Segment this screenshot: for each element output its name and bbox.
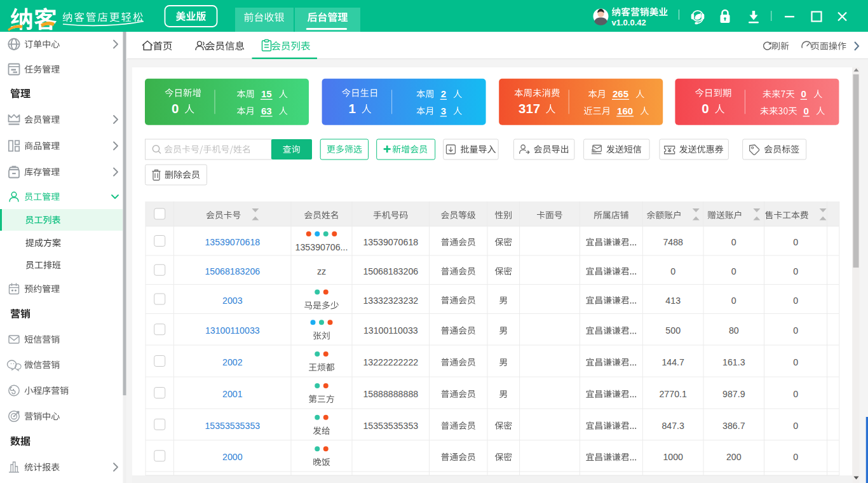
svg-text:161.3: 161.3 bbox=[722, 357, 745, 367]
svg-text:500: 500 bbox=[665, 325, 681, 336]
svg-text:15353535353: 15353535353 bbox=[363, 421, 418, 431]
svg-text:135390706...: 135390706... bbox=[295, 242, 348, 252]
svg-text:160: 160 bbox=[617, 105, 633, 116]
svg-text:144.7: 144.7 bbox=[661, 357, 684, 367]
svg-text:0: 0 bbox=[793, 237, 798, 247]
svg-text:7488: 7488 bbox=[663, 237, 683, 247]
svg-text:1: 1 bbox=[349, 101, 356, 116]
svg-text:80: 80 bbox=[729, 325, 739, 336]
svg-text:317: 317 bbox=[519, 101, 540, 116]
svg-text:0: 0 bbox=[731, 237, 736, 247]
svg-text:0: 0 bbox=[793, 325, 798, 336]
svg-text:13222222222: 13222222222 bbox=[363, 357, 418, 367]
svg-text:0: 0 bbox=[793, 357, 798, 367]
svg-text:0: 0 bbox=[793, 421, 798, 431]
svg-text:413: 413 bbox=[665, 296, 681, 306]
svg-text:0: 0 bbox=[793, 452, 798, 462]
svg-text:0: 0 bbox=[731, 266, 736, 276]
svg-text:386.7: 386.7 bbox=[722, 421, 745, 431]
svg-text:3: 3 bbox=[441, 105, 446, 116]
svg-text:2000: 2000 bbox=[222, 452, 243, 462]
svg-text:2770.1: 2770.1 bbox=[659, 389, 687, 399]
svg-text:63: 63 bbox=[261, 105, 272, 116]
svg-text:200: 200 bbox=[726, 452, 742, 462]
svg-text:0: 0 bbox=[804, 105, 809, 116]
svg-text:13539070618: 13539070618 bbox=[205, 237, 260, 247]
svg-text:1000: 1000 bbox=[663, 452, 683, 462]
svg-text:zz: zz bbox=[317, 266, 326, 276]
svg-text:v1.0.0.42: v1.0.0.42 bbox=[612, 18, 646, 27]
svg-text:15068183206: 15068183206 bbox=[363, 266, 418, 276]
svg-text:0: 0 bbox=[793, 296, 798, 306]
svg-text:0: 0 bbox=[702, 101, 709, 116]
svg-text:847.3: 847.3 bbox=[661, 421, 684, 431]
svg-text:0: 0 bbox=[801, 88, 806, 99]
svg-text:15888888888: 15888888888 bbox=[363, 389, 418, 399]
svg-text:2: 2 bbox=[441, 88, 446, 99]
svg-text:13332323232: 13332323232 bbox=[363, 296, 418, 306]
svg-text:13100110033: 13100110033 bbox=[205, 325, 260, 336]
svg-text:0: 0 bbox=[731, 296, 736, 306]
svg-text:0: 0 bbox=[670, 266, 675, 276]
svg-text:2002: 2002 bbox=[222, 357, 243, 367]
svg-text:15: 15 bbox=[261, 88, 272, 99]
svg-text:0: 0 bbox=[793, 389, 798, 399]
svg-text:0: 0 bbox=[793, 266, 798, 276]
svg-text:15353535353: 15353535353 bbox=[205, 421, 260, 431]
svg-text:0: 0 bbox=[172, 101, 179, 116]
svg-text:2003: 2003 bbox=[222, 296, 243, 306]
svg-text:2001: 2001 bbox=[222, 389, 243, 399]
svg-text:13539070618: 13539070618 bbox=[363, 237, 418, 247]
svg-text:15068183206: 15068183206 bbox=[205, 266, 260, 276]
svg-text:13100110033: 13100110033 bbox=[363, 325, 418, 336]
svg-text:265: 265 bbox=[613, 88, 628, 99]
svg-text:987.9: 987.9 bbox=[722, 389, 745, 399]
